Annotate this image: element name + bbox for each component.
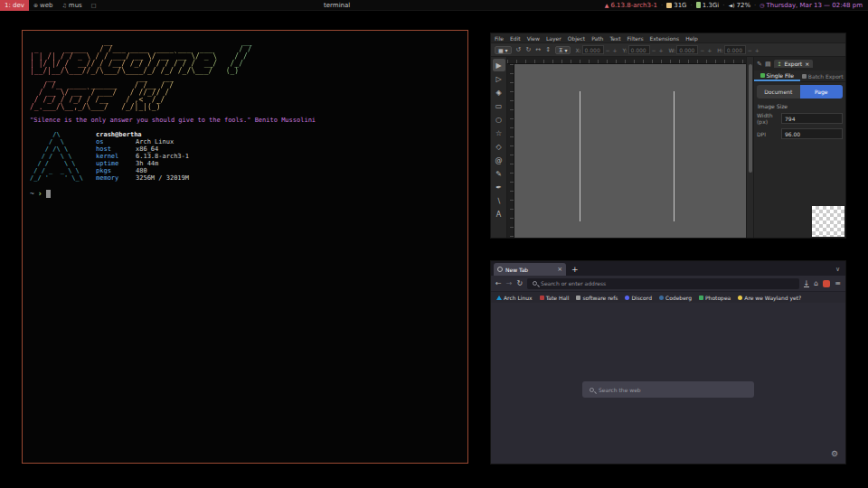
tab-new-tab[interactable]: New Tab ×: [494, 263, 566, 276]
close-tab-icon[interactable]: ×: [557, 266, 562, 273]
web-search-placeholder: Search the web: [599, 387, 641, 393]
globe-icon: ⊕: [33, 2, 38, 8]
new-tab-button[interactable]: +: [571, 265, 579, 274]
rectangle-tool-icon[interactable]: ▭: [493, 99, 505, 112]
inkscape-toolbox: ▶ ▷ ◈ ▭ ○ ☆ ◇ @ ✎ ✒ ∖ A: [491, 57, 507, 238]
workspace-dev[interactable]: 1: dev: [0, 0, 29, 11]
layers-dock-icon[interactable]: ▤: [765, 61, 771, 68]
home-icon[interactable]: ⌂: [814, 279, 818, 287]
box3d-tool-icon[interactable]: ◇: [493, 140, 505, 153]
menu-file[interactable]: File: [495, 35, 504, 42]
menu-extensions[interactable]: Extensions: [650, 35, 680, 42]
menu-layer[interactable]: Layer: [546, 35, 561, 42]
flip-vertical-icon[interactable]: ↕: [545, 46, 551, 53]
calligraphy-tool-icon[interactable]: ∖: [493, 194, 505, 207]
speaker-icon: ◄): [729, 2, 735, 8]
disk-value: 31G: [674, 2, 686, 9]
star-tool-icon[interactable]: ☆: [493, 127, 505, 139]
export-dialog: ✎ ▤ ↥ Export × Single File Batch Export: [753, 57, 845, 238]
arch-ascii-logo: /\ / \ / /\ \ / / \ \ / / \ \ / / _ _ \ …: [30, 131, 83, 182]
terminal-window[interactable]: __ __ _ _____ / /___ ____ ____ ___ ___ /…: [22, 30, 468, 464]
tab-batch-export[interactable]: Batch Export: [800, 70, 846, 81]
ellipse-tool-icon[interactable]: ○: [493, 113, 505, 126]
increment-button[interactable]: +: [706, 47, 712, 53]
pencil-dock-icon[interactable]: ✎: [757, 61, 762, 68]
inkscape-canvas[interactable]: [514, 64, 746, 238]
export-dpi-input[interactable]: 96.00: [781, 128, 843, 139]
disk-icon: [666, 3, 672, 8]
system-fetch: /\ / \ / /\ \ / / \ \ / / \ \ / / _ _ \ …: [30, 131, 460, 182]
decrement-button[interactable]: −: [605, 47, 611, 53]
menu-path[interactable]: Path: [591, 35, 603, 42]
decrement-button[interactable]: −: [699, 47, 705, 53]
bookmark-software-refs[interactable]: software refs: [576, 295, 618, 301]
shell-prompt[interactable]: ~ ›: [30, 190, 460, 198]
menu-hamburger-icon[interactable]: ≡: [835, 279, 841, 287]
back-button[interactable]: ←: [495, 279, 502, 287]
workspace-empty[interactable]: □: [87, 0, 101, 11]
node-tool-icon[interactable]: ▷: [493, 72, 505, 85]
increment-button[interactable]: +: [612, 47, 618, 53]
list-tabs-chevron-icon[interactable]: ∨: [835, 266, 843, 273]
decrement-button[interactable]: −: [747, 47, 753, 53]
height-field[interactable]: H: 0.000 − +: [717, 45, 760, 54]
selector-tool-icon[interactable]: ▶: [493, 59, 505, 71]
rotate-cw-icon[interactable]: ↻: [525, 46, 531, 53]
canvas-scrollbar[interactable]: [746, 57, 753, 238]
fetch-info: crash@bertha os Arch Linux host x86_64 k…: [96, 131, 189, 182]
menu-view[interactable]: View: [527, 35, 540, 42]
fetch-row: uptime 3h 44m: [96, 160, 189, 167]
pencil-tool-icon[interactable]: ✎: [493, 167, 505, 180]
separator: ·: [722, 2, 724, 9]
bookmark-are-we-wayland-yet[interactable]: Are we Wayland yet?: [738, 295, 801, 301]
increment-button[interactable]: +: [658, 47, 665, 53]
square-icon: □: [91, 2, 97, 8]
workspace-mus[interactable]: ♫ mus: [57, 0, 86, 11]
web-search-input[interactable]: Search the web: [582, 381, 754, 398]
arch-icon: ▲: [605, 2, 609, 8]
text-tool-icon[interactable]: A: [493, 208, 505, 221]
tab-single-file[interactable]: Single File: [754, 70, 800, 81]
memory-segment: 1.3Gi ·: [696, 2, 725, 9]
gear-icon[interactable]: ⚙: [831, 449, 838, 458]
workspace-web[interactable]: ⊕ web: [29, 0, 58, 11]
bookmark-codeberg[interactable]: Codeberg: [659, 295, 692, 301]
spiral-tool-icon[interactable]: @: [493, 154, 505, 166]
fortune-quote: "Silence is the only answer you should g…: [30, 117, 460, 124]
menu-text[interactable]: Text: [609, 35, 620, 42]
ublock-extension-icon[interactable]: [823, 280, 830, 287]
bookmark-arch-linux[interactable]: Arch Linux: [496, 295, 533, 301]
shape-builder-tool-icon[interactable]: ◈: [493, 86, 505, 99]
fetch-row: host x86_64: [96, 145, 189, 153]
export-width-input[interactable]: 794: [781, 113, 843, 124]
document-button[interactable]: Document: [757, 85, 800, 99]
bookmark-tate-hall[interactable]: Tate Hall: [540, 295, 570, 301]
menu-filters[interactable]: Filters: [627, 35, 644, 42]
volume-value: 72%: [737, 2, 751, 9]
menu-object[interactable]: Object: [568, 35, 586, 42]
forward-button[interactable]: →: [506, 279, 513, 287]
close-icon[interactable]: ×: [805, 61, 809, 67]
bookmark-photopea[interactable]: Photopea: [699, 295, 731, 301]
increment-button[interactable]: +: [754, 47, 760, 53]
bookmark-discord[interactable]: Discord: [625, 295, 652, 301]
menu-edit[interactable]: Edit: [510, 35, 521, 42]
inkscape-window: File Edit View Layer Object Path Text Fi…: [490, 33, 846, 239]
url-bar[interactable]: Search or enter address: [527, 278, 798, 289]
rotate-ccw-icon[interactable]: ↺: [516, 46, 522, 53]
menu-help[interactable]: Help: [685, 35, 698, 42]
decrement-button[interactable]: −: [651, 47, 657, 53]
pen-tool-icon[interactable]: ✒: [493, 181, 505, 193]
y-coordinate-field[interactable]: Y: 0.000 − +: [623, 45, 665, 54]
selection-mode-dropdown[interactable]: ▦ ▾: [495, 46, 512, 54]
codeberg-icon: [659, 296, 664, 300]
flip-horizontal-icon[interactable]: ↔: [535, 46, 541, 53]
width-field[interactable]: W: 0.000 − +: [669, 45, 713, 54]
snap-dropdown[interactable]: ⊼ ▾: [555, 46, 571, 54]
x-coordinate-field[interactable]: X: 0.000 − +: [575, 45, 618, 54]
page-button[interactable]: Page: [800, 85, 844, 99]
downloads-icon[interactable]: ↓: [804, 280, 810, 287]
reload-button[interactable]: ↻: [516, 279, 523, 287]
width-row: Width (px) 794: [754, 110, 845, 127]
export-dock-tab[interactable]: ↥ Export ×: [774, 60, 814, 68]
